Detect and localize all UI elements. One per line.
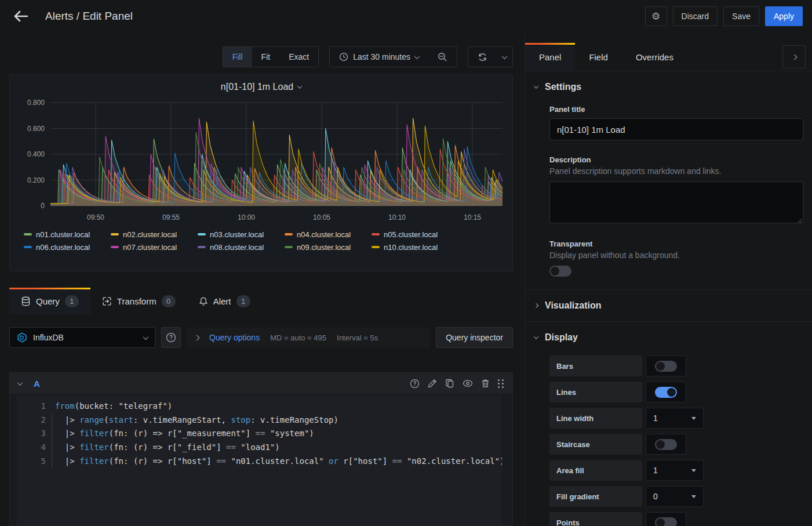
legend-item[interactable]: n07.cluster.local: [111, 241, 198, 253]
legend-item[interactable]: n04.cluster.local: [285, 228, 372, 241]
legend-item[interactable]: n08.cluster.local: [198, 241, 285, 253]
query-options-md: MD = auto = 495: [270, 333, 326, 342]
legend-item[interactable]: n01.cluster.local: [24, 228, 111, 241]
legend-series-name: n07.cluster.local: [123, 243, 177, 252]
query-help-button[interactable]: [410, 379, 420, 389]
collapse-query-chevron-icon[interactable]: [17, 380, 23, 386]
legend-swatch: [111, 233, 119, 235]
legend-item[interactable]: n06.cluster.local: [24, 241, 111, 253]
line-width-select[interactable]: 1: [646, 408, 704, 429]
query-options-label: Query options: [209, 333, 260, 342]
legend-swatch: [24, 233, 32, 235]
legend-series-name: n06.cluster.local: [36, 243, 90, 252]
chevron-right-icon: [791, 54, 797, 60]
tab-alert[interactable]: Alert1: [187, 288, 262, 315]
svg-text:09:50: 09:50: [87, 213, 104, 222]
chevron-down-icon: [414, 53, 420, 59]
caret-down-icon: [691, 495, 696, 498]
panel-title-text: n[01-10] 1m Load: [221, 82, 293, 92]
fill-gradient-select[interactable]: 0: [646, 486, 704, 507]
caret-down-icon: [691, 469, 696, 472]
datasource-select[interactable]: InfluxDB: [9, 327, 155, 348]
description-textarea[interactable]: [549, 182, 803, 223]
flux-code-editor[interactable]: 1from(bucket: "telegraf")2 |> range(star…: [17, 396, 502, 525]
settings-section: Settings Panel title Description Panel d…: [525, 71, 812, 290]
panel-title-menu[interactable]: n[01-10] 1m Load: [16, 78, 507, 96]
discard-button[interactable]: Discard: [673, 6, 718, 26]
chevron-down-icon: [534, 334, 538, 339]
header: Alerts / Edit Panel ⚙ Discard Save Apply: [0, 0, 812, 32]
visualization-section-header[interactable]: Visualization: [534, 300, 803, 311]
legend-item[interactable]: n02.cluster.local: [111, 228, 198, 241]
display-label-area-fill: Area fill: [549, 460, 642, 481]
select-value: 0: [653, 492, 658, 501]
sidebar-tab-panel[interactable]: Panel: [525, 43, 575, 71]
legend-item[interactable]: n09.cluster.local: [285, 241, 372, 253]
chevron-down-icon: [297, 84, 302, 88]
settings-section-header[interactable]: Settings: [534, 82, 803, 92]
display-label-points: Points: [549, 512, 642, 526]
fit-mode-fill[interactable]: Fill: [223, 47, 252, 67]
svg-text:0.600: 0.600: [27, 125, 45, 133]
transparent-toggle[interactable]: [549, 266, 571, 277]
display-option-row: Bars: [549, 355, 803, 376]
tab-transform[interactable]: Transform0: [90, 288, 187, 315]
tab-query[interactable]: Query1: [9, 288, 90, 315]
back-button[interactable]: [9, 5, 32, 28]
refresh-button[interactable]: [468, 47, 497, 67]
panel-title-input[interactable]: [549, 118, 803, 140]
influxdb-icon: [17, 332, 27, 343]
display-option-row: Staircase: [549, 434, 803, 455]
panel-settings-button[interactable]: ⚙: [645, 6, 667, 26]
collapse-sidebar-button[interactable]: [782, 45, 806, 68]
display-label-line-width: Line width: [549, 408, 642, 429]
line-number: 4: [17, 441, 46, 455]
chevron-down-icon: [534, 84, 538, 88]
sidebar-tab-overrides[interactable]: Overrides: [622, 43, 687, 71]
chart-legend: n01.cluster.localn02.cluster.localn03.cl…: [16, 228, 507, 253]
legend-item[interactable]: n03.cluster.local: [198, 228, 285, 241]
content: FillFitExact Last 30 minutes: [0, 32, 812, 526]
delete-query-button[interactable]: [481, 379, 490, 388]
description-hint: Panel description supports markdown and …: [549, 166, 803, 176]
staircase-toggle[interactable]: [646, 434, 686, 455]
fit-mode-exact[interactable]: Exact: [279, 47, 318, 67]
query-inspector-button[interactable]: Query inspector: [436, 327, 513, 348]
bars-toggle[interactable]: [646, 355, 686, 376]
tab-label: Transform: [117, 296, 156, 306]
time-range-picker[interactable]: Last 30 minutes: [330, 47, 428, 67]
drag-handle[interactable]: [498, 379, 504, 388]
description-label: Description: [549, 155, 803, 164]
display-label-staircase: Staircase: [549, 434, 642, 455]
refresh-interval-dropdown[interactable]: [497, 47, 512, 67]
display-label-fill-gradient: Fill gradient: [549, 486, 642, 507]
zoom-out-icon: [438, 52, 447, 62]
datasource-help-button[interactable]: [161, 327, 181, 348]
display-section-header[interactable]: Display: [534, 332, 803, 343]
edit-query-button[interactable]: [428, 379, 437, 388]
tab-label: Alert: [213, 296, 231, 306]
sidebar-tab-field[interactable]: Field: [575, 43, 622, 71]
fit-mode-group: FillFitExact: [223, 46, 319, 67]
legend-swatch: [372, 233, 380, 235]
points-toggle[interactable]: [646, 512, 686, 526]
help-icon: [166, 332, 176, 343]
legend-series-name: n04.cluster.local: [297, 230, 351, 239]
chevron-right-icon: [194, 335, 200, 340]
apply-button[interactable]: Apply: [765, 6, 803, 26]
fit-mode-fit[interactable]: Fit: [252, 47, 280, 67]
lines-toggle[interactable]: [646, 382, 686, 402]
sidebar-scroll-area[interactable]: Settings Panel title Description Panel d…: [525, 71, 812, 526]
query-options-toggle[interactable]: Query options MD = auto = 495 Interval =…: [187, 327, 430, 348]
save-button[interactable]: Save: [723, 6, 759, 26]
area-fill-select[interactable]: 1: [646, 460, 704, 481]
legend-swatch: [372, 246, 380, 248]
copy-query-button[interactable]: [445, 379, 454, 388]
display-section: Display BarsLinesLine width1StaircaseAre…: [525, 322, 812, 526]
disable-query-button[interactable]: [463, 379, 473, 388]
legend-item[interactable]: n10.cluster.local: [372, 241, 458, 253]
legend-item[interactable]: n05.cluster.local: [372, 228, 458, 241]
time-series-chart[interactable]: 00.2000.4000.6000.80009:5009:5510:0010:0…: [16, 96, 504, 224]
display-option-row: Line width1: [549, 408, 803, 429]
zoom-out-button[interactable]: [428, 47, 457, 67]
